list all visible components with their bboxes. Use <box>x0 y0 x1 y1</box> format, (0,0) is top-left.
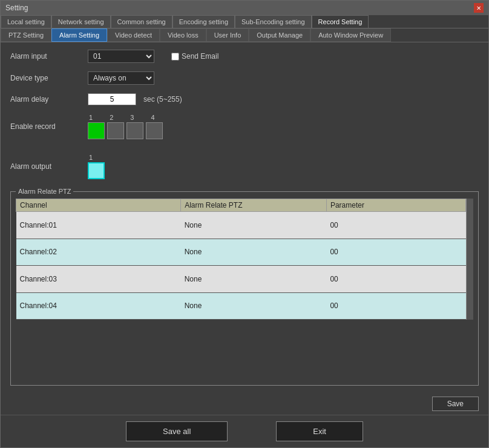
main-window: Setting ✕ Local setting Network setting … <box>0 0 489 448</box>
close-button[interactable]: ✕ <box>474 3 484 13</box>
record-square-1[interactable] <box>88 122 105 139</box>
tab-user-info[interactable]: User Info <box>206 28 249 42</box>
output-num-1: 1 <box>89 154 93 161</box>
device-type-row: Device type Always on <box>10 71 479 85</box>
output-squares <box>88 162 105 179</box>
tab-alarm-setting[interactable]: Alarm Setting <box>51 28 107 42</box>
col-ptz: Alarm Relate PTZ <box>181 199 327 212</box>
title-bar: Setting ✕ <box>1 1 488 15</box>
tab-auto-window-preview[interactable]: Auto Window Preview <box>310 28 391 42</box>
table-row: Channel:04 None 00 <box>16 292 466 320</box>
tab-ptz-setting[interactable]: PTZ Setting <box>1 28 51 42</box>
ptz-fieldset: Alarm Relate PTZ Channel Alarm Relate PT… <box>10 188 479 386</box>
scrollbar[interactable] <box>466 199 473 320</box>
col-channel: Channel <box>16 199 181 212</box>
bottom-tab-bar: PTZ Setting Alarm Setting Video detect V… <box>1 28 488 42</box>
ptz-legend: Alarm Relate PTZ <box>16 188 73 195</box>
tab-video-detect[interactable]: Video detect <box>107 28 160 42</box>
save-all-button[interactable]: Save all <box>126 421 228 441</box>
output-nums: 1 <box>89 154 105 161</box>
record-num-1: 1 <box>89 114 93 121</box>
alarm-input-label: Alarm input <box>10 52 83 61</box>
table-row: Channel:03 None 00 <box>16 266 466 293</box>
alarm-input-select[interactable]: 01 <box>88 50 154 63</box>
alarm-delay-input[interactable] <box>88 93 136 105</box>
alarm-output-row: Alarm output 1 <box>10 154 479 179</box>
tab-local-setting[interactable]: Local setting <box>1 15 51 28</box>
footer-bar: Save all Exit <box>1 415 488 447</box>
tab-record-setting[interactable]: Record Setting <box>312 15 369 28</box>
ptz-table-header: Channel Alarm Relate PTZ Parameter <box>16 199 466 212</box>
output-square-1[interactable] <box>88 162 105 179</box>
enable-record-row: Enable record 1 2 3 4 <box>10 114 479 139</box>
record-nums: 1 2 3 4 <box>89 114 163 121</box>
ptz-table: Channel Alarm Relate PTZ Parameter Chann… <box>16 199 466 320</box>
alarm-input-row: Alarm input 01 Send Email <box>10 50 479 63</box>
content-area: Alarm input 01 Send Email Device type Al… <box>1 42 488 393</box>
tab-encoding-setting[interactable]: Encoding setting <box>172 15 235 28</box>
cell-param-3: 00 <box>326 266 465 293</box>
tab-network-setting[interactable]: Network setting <box>51 15 111 28</box>
cell-param-2: 00 <box>326 239 465 266</box>
record-squares <box>88 122 163 139</box>
exit-button[interactable]: Exit <box>276 421 363 441</box>
send-email-row: Send Email <box>171 52 218 61</box>
record-square-3[interactable] <box>126 122 143 139</box>
alarm-output-label: Alarm output <box>10 162 83 171</box>
record-boxes: 1 2 3 4 <box>88 114 163 139</box>
save-button[interactable]: Save <box>432 397 479 411</box>
cell-ptz-2: None <box>181 239 327 266</box>
cell-param-4: 00 <box>326 292 465 320</box>
table-row: Channel:01 None 00 <box>16 212 466 239</box>
output-boxes: 1 <box>88 154 105 179</box>
cell-param-1: 00 <box>326 212 465 239</box>
bottom-bar: Save <box>1 393 488 415</box>
cell-ptz-4: None <box>181 292 327 320</box>
top-tab-bar: Local setting Network setting Common set… <box>1 15 488 28</box>
col-parameter: Parameter <box>326 199 465 212</box>
cell-channel-1: Channel:01 <box>16 212 181 239</box>
cell-channel-3: Channel:03 <box>16 266 181 293</box>
record-num-2: 2 <box>110 114 113 121</box>
record-square-4[interactable] <box>146 122 163 139</box>
enable-record-label: Enable record <box>10 122 83 131</box>
record-num-4: 4 <box>151 114 154 121</box>
alarm-delay-row: Alarm delay sec (5~255) <box>10 93 479 105</box>
cell-ptz-3: None <box>181 266 327 293</box>
record-num-3: 3 <box>130 114 134 121</box>
cell-channel-2: Channel:02 <box>16 239 181 266</box>
send-email-label: Send Email <box>182 52 218 61</box>
alarm-delay-suffix: sec (5~255) <box>143 95 182 104</box>
record-square-2[interactable] <box>107 122 124 139</box>
tab-common-setting[interactable]: Common setting <box>111 15 172 28</box>
ptz-table-container: Channel Alarm Relate PTZ Parameter Chann… <box>16 199 473 320</box>
tab-video-loss[interactable]: Video loss <box>160 28 206 42</box>
cell-ptz-1: None <box>181 212 327 239</box>
send-email-checkbox[interactable] <box>171 53 179 61</box>
alarm-delay-label: Alarm delay <box>10 95 83 104</box>
table-row: Channel:02 None 00 <box>16 239 466 266</box>
tab-sub-encoding-setting[interactable]: Sub-Encoding setting <box>235 15 312 28</box>
device-type-label: Device type <box>10 74 83 82</box>
window-title: Setting <box>5 4 28 12</box>
cell-channel-4: Channel:04 <box>16 292 181 320</box>
device-type-select[interactable]: Always on <box>88 71 154 85</box>
tab-output-manage[interactable]: Output Manage <box>249 28 310 42</box>
